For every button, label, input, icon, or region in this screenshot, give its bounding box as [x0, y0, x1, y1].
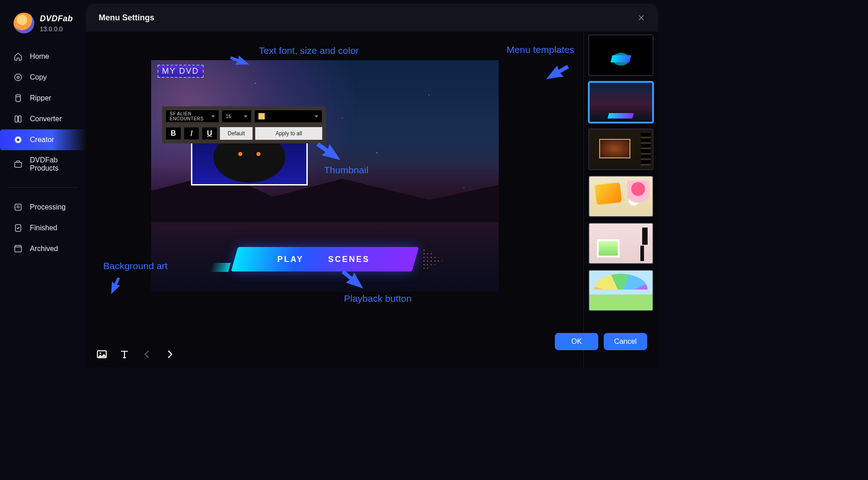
font-size-value: 16	[226, 114, 231, 119]
prev-page-button[interactable]	[141, 348, 153, 360]
underline-button[interactable]: U	[202, 127, 217, 140]
sidebar-item-label: Home	[30, 52, 49, 61]
template-film-reel[interactable]	[588, 128, 653, 170]
background-image-button[interactable]	[96, 348, 108, 360]
apply-all-label: Apply to all	[276, 130, 302, 137]
dialog-title: Menu Settings	[99, 13, 154, 23]
bold-button[interactable]: B	[166, 127, 181, 140]
sidebar-item-home[interactable]: Home	[0, 46, 86, 67]
preview-pane: Text font, size and color Menu templates…	[86, 32, 583, 367]
text-format-toolbar: SF ALIEN ENCOUNTERS 16	[162, 106, 326, 143]
primary-nav: Home Copy Ripper Converter	[0, 46, 86, 178]
default-button[interactable]: Default	[220, 127, 253, 140]
sidebar-item-ripper[interactable]: Ripper	[0, 88, 86, 109]
svg-rect-8	[15, 162, 22, 167]
dvd-title-value: MY DVD	[162, 67, 199, 76]
menu-settings-dialog: Menu Settings Text font, size and color …	[86, 4, 658, 367]
scenes-button-label: SCENES	[328, 255, 370, 264]
app-brand: DVDFab 13.0.0.0	[0, 13, 86, 46]
sidebar-item-label: Ripper	[30, 94, 51, 102]
sidebar-item-copy[interactable]: Copy	[0, 67, 86, 88]
svg-rect-13	[15, 247, 22, 252]
copy-icon	[14, 73, 23, 82]
template-kids-rainbow[interactable]	[588, 270, 653, 311]
sidebar-item-label: Converter	[30, 115, 62, 123]
sidebar-item-archived[interactable]: Archived	[0, 238, 86, 259]
svg-point-0	[15, 74, 22, 81]
svg-rect-9	[15, 204, 21, 210]
play-button-label: PLAY	[277, 255, 304, 264]
sidebar-item-label: Copy	[30, 73, 47, 81]
font-size-select[interactable]: 16	[222, 110, 252, 123]
italic-label: I	[190, 129, 192, 138]
cancel-button[interactable]: Cancel	[604, 333, 647, 350]
ripper-icon	[14, 94, 23, 103]
svg-rect-4	[15, 116, 18, 122]
cancel-label: Cancel	[614, 337, 637, 346]
sidebar-item-label: Processing	[30, 203, 66, 211]
sidebar-item-finished[interactable]: Finished	[0, 218, 86, 238]
sidebar: DVDFab 13.0.0.0 Home Copy Rip	[0, 0, 86, 480]
processing-icon	[14, 203, 23, 212]
template-list	[583, 32, 658, 367]
template-neon-dark[interactable]	[588, 34, 653, 76]
app-logo-icon	[14, 13, 34, 33]
svg-rect-5	[19, 116, 21, 122]
color-swatch-icon	[258, 113, 265, 119]
chevron-down-icon	[211, 115, 215, 118]
dialog-header: Menu Settings	[86, 4, 658, 32]
finished-icon	[14, 223, 23, 233]
chevron-down-icon	[315, 115, 318, 118]
close-button[interactable]	[637, 14, 645, 22]
svg-rect-2	[16, 95, 20, 102]
ok-button[interactable]: OK	[555, 333, 598, 350]
annotation-text-font: Text font, size and color	[259, 45, 359, 56]
playback-bar[interactable]: PLAY SCENES	[234, 247, 415, 271]
sidebar-item-processing[interactable]: Processing	[0, 197, 86, 218]
svg-point-7	[17, 139, 19, 141]
template-wedding-pink[interactable]	[588, 223, 653, 264]
font-family-select[interactable]: SF ALIEN ENCOUNTERS	[166, 110, 219, 123]
arrow-icon	[102, 274, 128, 299]
dvd-title-text[interactable]: MY DVD	[157, 65, 204, 78]
font-color-select[interactable]	[254, 110, 322, 123]
annotation-templates: Menu templates	[507, 44, 574, 55]
preview-bottom-toolbar	[96, 348, 176, 360]
products-icon	[14, 160, 23, 169]
sidebar-item-label: Finished	[30, 224, 57, 232]
sidebar-item-label: Creator	[30, 136, 54, 144]
italic-button[interactable]: I	[184, 127, 199, 140]
annotation-playback: Playback button	[344, 293, 411, 304]
converter-icon	[14, 114, 23, 124]
nav-divider	[8, 187, 78, 188]
sidebar-item-creator[interactable]: Creator	[0, 129, 86, 150]
sidebar-item-converter[interactable]: Converter	[0, 109, 86, 129]
ok-label: OK	[571, 337, 582, 346]
chevron-down-icon	[244, 115, 248, 118]
home-icon	[14, 52, 23, 61]
arrow-icon	[541, 57, 573, 88]
secondary-nav: Processing Finished Archived	[0, 197, 86, 259]
next-page-button[interactable]	[164, 348, 176, 360]
app-name: DVDFab	[40, 14, 73, 24]
sidebar-item-label: DVDFab Products	[30, 156, 78, 172]
playbar-accent-icon	[210, 263, 230, 272]
font-family-value: SF ALIEN ENCOUNTERS	[170, 111, 211, 121]
text-tool-button[interactable]	[119, 348, 130, 360]
bold-label: B	[171, 129, 176, 138]
archived-icon	[14, 244, 23, 253]
sidebar-item-products[interactable]: DVDFab Products	[0, 150, 86, 178]
sidebar-item-label: Archived	[30, 245, 58, 253]
underline-label: U	[207, 129, 212, 138]
template-birthday-party[interactable]	[588, 176, 653, 217]
svg-point-1	[17, 76, 19, 79]
default-label: Default	[228, 130, 245, 137]
dialog-body: Text font, size and color Menu templates…	[86, 32, 658, 367]
app-version: 13.0.0.0	[40, 25, 73, 33]
apply-to-all-button[interactable]: Apply to all	[255, 127, 322, 140]
creator-icon	[14, 135, 23, 144]
svg-point-17	[100, 352, 101, 354]
template-nebula-landscape[interactable]	[588, 81, 653, 123]
